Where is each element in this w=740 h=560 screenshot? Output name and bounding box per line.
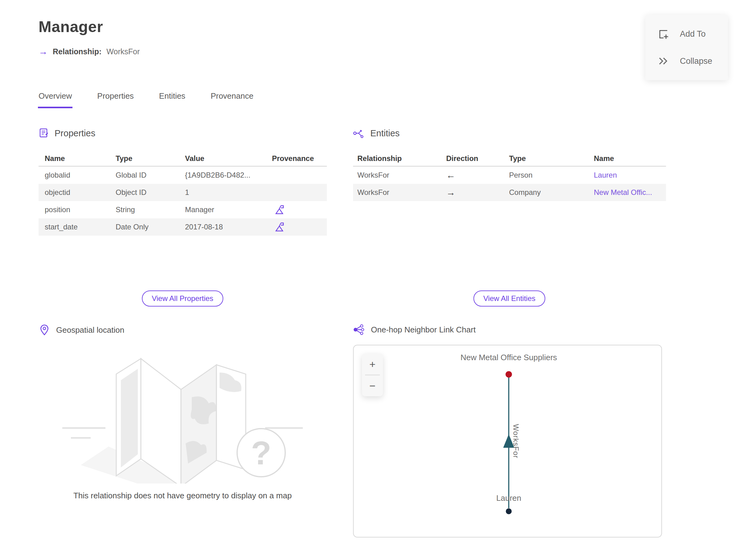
relationship-label: Relationship: (53, 47, 101, 56)
no-geometry-message: This relationship does not have geometry… (73, 491, 292, 500)
direction-arrow-icon: → (442, 187, 505, 198)
entity-type: Person (505, 171, 589, 179)
properties-section-title: Properties (55, 128, 95, 138)
provenance-flag-icon[interactable] (275, 222, 284, 232)
table-row: WorksFor → Company New Metal Offic... (353, 184, 666, 201)
relationship-detail-page: Manager → Relationship: WorksFor Add To … (0, 0, 740, 560)
col-header-direction: Direction (442, 154, 505, 163)
link-chart-canvas[interactable]: + − New Metal Office Suppliers WorksFor … (353, 345, 662, 538)
properties-table-header: Name Type Value Provenance (38, 151, 327, 167)
table-row: objectid Object ID 1 (38, 184, 327, 201)
col-header-type: Type (505, 154, 589, 163)
graph-node-person[interactable] (506, 508, 512, 515)
prop-type: Global ID (109, 171, 179, 179)
tab-entities[interactable]: Entities (159, 91, 185, 108)
relationship-subtitle: → Relationship: WorksFor (38, 47, 140, 56)
view-all-entities-button[interactable]: View All Entities (474, 290, 545, 306)
col-header-relationship: Relationship (353, 154, 442, 163)
col-header-provenance: Provenance (266, 154, 327, 163)
prop-value: Manager (179, 205, 266, 214)
entity-name-link[interactable]: New Metal Offic... (594, 188, 652, 196)
tab-provenance[interactable]: Provenance (210, 91, 254, 108)
graph-node-label: Lauren (496, 493, 522, 503)
collapse-button[interactable]: Collapse (645, 48, 728, 75)
tab-properties[interactable]: Properties (97, 91, 134, 108)
map-pin-icon (40, 324, 49, 336)
col-header-type: Type (109, 154, 179, 163)
add-to-icon (658, 28, 669, 39)
prop-type: String (109, 205, 179, 214)
provenance-flag-icon[interactable] (275, 205, 284, 215)
geospatial-section-header: Geospatial location (40, 324, 124, 336)
zoom-in-button[interactable]: + (362, 354, 383, 375)
graph-node-company[interactable] (506, 371, 512, 378)
prop-type: Object ID (109, 188, 179, 197)
entity-type: Company (505, 188, 589, 197)
prop-name: objectid (38, 188, 109, 197)
entity-name-link[interactable]: Lauren (594, 171, 617, 179)
view-all-properties-button[interactable]: View All Properties (142, 290, 223, 306)
col-header-name: Name (38, 154, 109, 163)
table-row: WorksFor ← Person Lauren (353, 167, 666, 184)
entities-table-header: Relationship Direction Type Name (353, 151, 666, 167)
properties-icon (38, 128, 49, 138)
relationship-arrow-icon: → (38, 47, 48, 56)
link-chart-section-title: One-hop Neighbor Link Chart (371, 325, 476, 335)
prop-type: Date Only (109, 223, 179, 231)
link-chart-icon (353, 324, 364, 335)
table-row: globalid Global ID {1A9DB2B6-D482... (38, 167, 327, 184)
entity-relationship: WorksFor (353, 171, 442, 179)
prop-name: position (38, 205, 109, 214)
action-panel: Add To Collapse (645, 15, 728, 80)
tab-overview[interactable]: Overview (38, 91, 72, 108)
chevrons-right-icon (658, 57, 669, 66)
prop-value: 2017-08-18 (179, 223, 266, 231)
properties-table: Name Type Value Provenance globalid Glob… (38, 151, 327, 236)
prop-value: 1 (179, 188, 266, 197)
direction-arrow-icon: ← (442, 170, 505, 180)
geospatial-section-title: Geospatial location (56, 325, 124, 335)
zoom-out-button[interactable]: − (362, 375, 383, 396)
map-placeholder: ? (62, 351, 303, 483)
tab-bar: Overview Properties Entities Provenance (38, 91, 254, 108)
edge-label: WorksFor (512, 424, 520, 459)
entities-table: Relationship Direction Type Name WorksFo… (353, 151, 666, 201)
no-geometry-map-illustration: ? (62, 351, 303, 483)
add-to-label: Add To (680, 29, 706, 39)
graph-node-label: New Metal Office Suppliers (460, 353, 557, 362)
link-chart-section-header: One-hop Neighbor Link Chart (353, 324, 476, 335)
prop-provenance (266, 222, 327, 232)
add-to-button[interactable]: Add To (645, 20, 728, 48)
col-header-value: Value (179, 154, 266, 163)
entity-relationship: WorksFor (353, 188, 442, 197)
relationship-value: WorksFor (106, 47, 140, 56)
page-title: Manager (38, 18, 103, 36)
col-header-name: Name (589, 154, 666, 163)
prop-provenance (266, 205, 327, 215)
entities-section-header: Entities (353, 128, 399, 138)
entities-icon (353, 128, 364, 138)
prop-name: globalid (38, 171, 109, 179)
svg-text:?: ? (251, 434, 271, 471)
table-row: start_date Date Only 2017-08-18 (38, 218, 327, 236)
zoom-control: + − (362, 354, 383, 396)
entities-section-title: Entities (370, 128, 399, 138)
properties-section-header: Properties (38, 128, 95, 138)
prop-value: {1A9DB2B6-D482... (179, 171, 266, 179)
prop-name: start_date (38, 223, 109, 231)
collapse-label: Collapse (680, 57, 712, 66)
table-row: position String Manager (38, 201, 327, 218)
